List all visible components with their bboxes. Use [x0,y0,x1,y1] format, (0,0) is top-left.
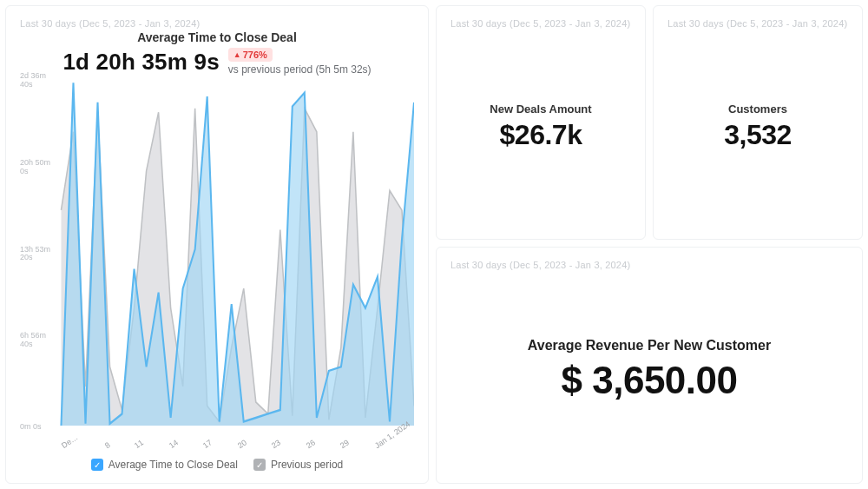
date-range-label: Last 30 days (Dec 5, 2023 - Jan 3, 2024) [450,18,631,29]
kpi-label: New Deals Amount [490,102,591,116]
date-range-label: Last 30 days (Dec 5, 2023 - Jan 3, 2024) [20,18,414,29]
legend-label: Previous period [271,459,343,471]
avg-time-card: Last 30 days (Dec 5, 2023 - Jan 3, 2024)… [5,5,429,484]
kpi-value: 3,532 [724,119,792,151]
kpi-value: $26.7k [500,119,582,151]
chart-legend: ✓ Average Time to Close Deal ✓ Previous … [20,459,414,471]
kpi-label: Average Revenue Per New Customer [528,338,771,354]
chart-headline: 1d 20h 35m 9s 776% vs previous period (5… [20,48,414,76]
kpi-value: $ 3,650.00 [562,359,738,402]
vs-previous-text: vs previous period (5h 5m 32s) [228,63,372,76]
date-range-label: Last 30 days (Dec 5, 2023 - Jan 3, 2024) [667,18,848,29]
chart-svg [20,81,414,471]
kpi-row: Last 30 days (Dec 5, 2023 - Jan 3, 2024)… [436,5,863,240]
headline-value: 1d 20h 35m 9s [62,49,219,76]
delta-badge: 776% [228,48,273,62]
date-range-label: Last 30 days (Dec 5, 2023 - Jan 3, 2024) [450,260,848,270]
right-column: Last 30 days (Dec 5, 2023 - Jan 3, 2024)… [436,5,863,484]
checkbox-icon: ✓ [253,459,266,471]
new-deals-card: Last 30 days (Dec 5, 2023 - Jan 3, 2024)… [436,5,646,240]
customers-card: Last 30 days (Dec 5, 2023 - Jan 3, 2024)… [653,5,863,240]
chart-title: Average Time to Close Deal [20,30,414,44]
legend-label: Average Time to Close Deal [108,459,238,471]
checkbox-icon: ✓ [91,459,103,471]
kpi-label: Customers [728,102,787,116]
arpc-card: Last 30 days (Dec 5, 2023 - Jan 3, 2024)… [436,247,863,484]
legend-toggle-primary[interactable]: ✓ Average Time to Close Deal [91,459,238,471]
chart-body: 2d 36m 40s 20h 50m 0s 13h 53m 20s 6h 56m… [20,81,414,471]
legend-toggle-secondary[interactable]: ✓ Previous period [253,459,343,471]
dashboard: Last 30 days (Dec 5, 2023 - Jan 3, 2024)… [0,0,868,489]
x-axis-ticks: De… 8 11 14 17 20 23 26 29 Jan 1, 2024 [60,443,414,452]
